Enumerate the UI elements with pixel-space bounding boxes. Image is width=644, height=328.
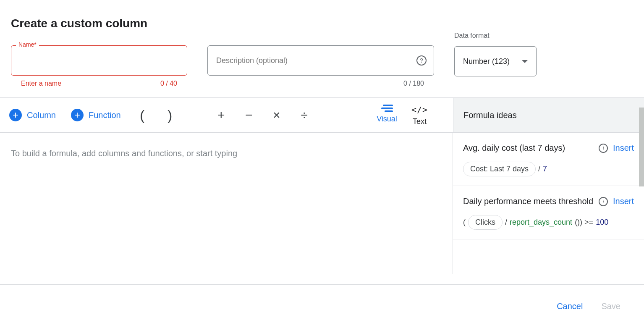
operator-text: ()) >= — [575, 218, 593, 227]
minus-operator-button[interactable]: − — [243, 108, 255, 122]
visual-label: Visual — [377, 115, 397, 123]
description-field-wrap: ? 0 / 180 — [207, 45, 434, 87]
scrollbar[interactable] — [639, 108, 644, 186]
svg-rect-2 — [385, 110, 393, 112]
help-icon[interactable]: ? — [416, 55, 427, 66]
data-format-label: Data format — [454, 32, 537, 39]
add-function-button[interactable]: + Function — [71, 109, 121, 121]
number-literal: 100 — [596, 218, 608, 227]
divide-operator-button[interactable]: ÷ — [298, 108, 311, 122]
formula-editor[interactable]: To build a formula, add columns and func… — [0, 133, 453, 274]
name-label: Name* — [16, 41, 39, 48]
number-literal: 7 — [543, 165, 547, 173]
code-icon: </> — [411, 105, 428, 115]
name-char-count: 0 / 40 — [160, 80, 177, 87]
dialog-footer: Cancel Save — [0, 284, 644, 328]
save-button: Save — [601, 302, 620, 311]
insert-button[interactable]: Insert — [613, 143, 634, 153]
info-icon[interactable]: i — [599, 144, 608, 153]
cancel-button[interactable]: Cancel — [557, 302, 583, 311]
name-helper-text: Enter a name — [21, 80, 61, 87]
paren-text: ( — [463, 218, 466, 227]
idea-title: Avg. daily cost (last 7 days) — [463, 142, 594, 154]
description-input[interactable] — [207, 45, 434, 76]
operator-text: / — [538, 165, 540, 173]
svg-rect-0 — [383, 105, 393, 106]
plus-operator-button[interactable]: + — [215, 108, 228, 122]
formula-toolbar: + Column + Function ( ) + − × ÷ Visual <… — [0, 97, 644, 133]
description-char-count: 0 / 180 — [403, 80, 424, 87]
formula-placeholder: To build a formula, add columns and func… — [11, 149, 237, 158]
column-chip: Clicks — [468, 215, 503, 230]
multiply-operator-button[interactable]: × — [270, 108, 283, 122]
data-format-wrap: Data format Number (123) — [454, 32, 537, 76]
formula-ideas-title: Formula ideas — [463, 110, 517, 120]
visual-mode-tab[interactable]: Visual — [377, 105, 397, 126]
open-paren-button[interactable]: ( — [136, 107, 149, 123]
page-title: Create a custom column — [11, 17, 633, 30]
insert-button[interactable]: Insert — [613, 197, 634, 206]
formula-ideas-panel: Avg. daily cost (last 7 days) i Insert C… — [453, 133, 644, 274]
operator-text: / — [505, 218, 507, 227]
function-label: Function — [89, 110, 121, 120]
plus-icon: + — [71, 109, 84, 121]
text-label: Text — [413, 117, 427, 126]
formula-idea-item: Daily performance meets threshold i Inse… — [453, 186, 644, 239]
text-mode-tab[interactable]: </> Text — [411, 105, 428, 126]
add-column-button[interactable]: + Column — [9, 109, 56, 121]
name-input[interactable] — [11, 45, 187, 76]
idea-formula-preview: Cost: Last 7 days / 7 — [463, 162, 634, 176]
column-chip: Cost: Last 7 days — [463, 162, 536, 176]
chevron-down-icon — [522, 60, 528, 63]
data-format-value: Number (123) — [463, 57, 510, 66]
name-field-wrap: Name* Enter a name 0 / 40 — [11, 45, 187, 87]
visual-icon — [381, 105, 393, 112]
data-format-select[interactable]: Number (123) — [454, 46, 537, 76]
idea-title: Daily performance meets threshold — [463, 195, 594, 207]
svg-rect-1 — [381, 108, 393, 109]
idea-formula-preview: ( Clicks / report_days_count()) >= 100 — [463, 215, 634, 230]
plus-icon: + — [9, 109, 22, 121]
close-paren-button[interactable]: ) — [164, 107, 176, 123]
formula-idea-item: Avg. daily cost (last 7 days) i Insert C… — [453, 133, 644, 186]
function-literal: report_days_count — [510, 218, 572, 227]
info-icon[interactable]: i — [599, 197, 608, 206]
formula-ideas-header: Formula ideas — [453, 98, 644, 132]
column-label: Column — [27, 110, 56, 120]
